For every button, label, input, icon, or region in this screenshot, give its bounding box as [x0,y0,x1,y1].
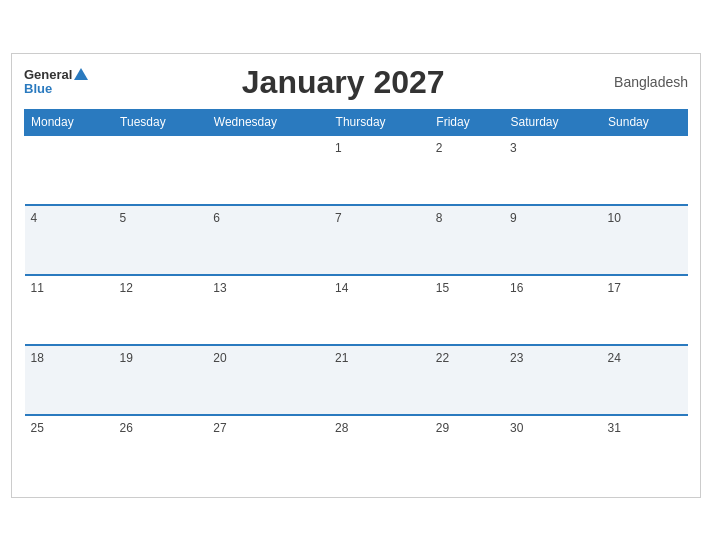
calendar-header: General Blue January 2027 Bangladesh [24,64,688,101]
calendar-day-cell [602,135,688,205]
day-number: 8 [436,211,443,225]
calendar-day-cell: 10 [602,205,688,275]
header-thursday: Thursday [329,109,430,135]
calendar-day-cell: 8 [430,205,504,275]
day-number: 19 [120,351,133,365]
day-number: 15 [436,281,449,295]
calendar-grid: Monday Tuesday Wednesday Thursday Friday… [24,109,688,485]
calendar-day-cell: 13 [207,275,329,345]
day-number: 12 [120,281,133,295]
calendar-day-cell: 7 [329,205,430,275]
country-label: Bangladesh [598,74,688,90]
day-number: 29 [436,421,449,435]
calendar-day-cell: 14 [329,275,430,345]
logo: General Blue [24,68,88,97]
day-number: 7 [335,211,342,225]
weekday-header-row: Monday Tuesday Wednesday Thursday Friday… [25,109,688,135]
calendar-day-cell: 31 [602,415,688,485]
calendar-day-cell: 30 [504,415,602,485]
day-number: 5 [120,211,127,225]
calendar-day-cell: 5 [114,205,208,275]
calendar-day-cell [207,135,329,205]
calendar-day-cell: 15 [430,275,504,345]
calendar-body: 1234567891011121314151617181920212223242… [25,135,688,485]
day-number: 10 [608,211,621,225]
day-number: 3 [510,141,517,155]
calendar-day-cell: 2 [430,135,504,205]
header-sunday: Sunday [602,109,688,135]
calendar-day-cell: 19 [114,345,208,415]
calendar-day-cell: 12 [114,275,208,345]
day-number: 25 [31,421,44,435]
day-number: 1 [335,141,342,155]
day-number: 28 [335,421,348,435]
calendar-day-cell: 24 [602,345,688,415]
calendar-day-cell: 26 [114,415,208,485]
calendar-week-row: 25262728293031 [25,415,688,485]
logo-general-text: General [24,68,72,82]
day-number: 23 [510,351,523,365]
day-number: 14 [335,281,348,295]
calendar-day-cell: 23 [504,345,602,415]
calendar-week-row: 123 [25,135,688,205]
calendar-week-row: 11121314151617 [25,275,688,345]
calendar-day-cell: 20 [207,345,329,415]
day-number: 26 [120,421,133,435]
calendar-day-cell: 3 [504,135,602,205]
calendar-day-cell: 17 [602,275,688,345]
calendar-title: January 2027 [88,64,598,101]
calendar-day-cell: 22 [430,345,504,415]
calendar-day-cell: 11 [25,275,114,345]
header-friday: Friday [430,109,504,135]
day-number: 18 [31,351,44,365]
calendar-day-cell: 18 [25,345,114,415]
calendar-day-cell: 21 [329,345,430,415]
calendar-day-cell: 27 [207,415,329,485]
calendar-day-cell: 9 [504,205,602,275]
day-number: 17 [608,281,621,295]
day-number: 20 [213,351,226,365]
day-number: 16 [510,281,523,295]
header-tuesday: Tuesday [114,109,208,135]
day-number: 21 [335,351,348,365]
day-number: 30 [510,421,523,435]
calendar-week-row: 18192021222324 [25,345,688,415]
calendar-week-row: 45678910 [25,205,688,275]
calendar-day-cell: 28 [329,415,430,485]
day-number: 2 [436,141,443,155]
header-saturday: Saturday [504,109,602,135]
header-monday: Monday [25,109,114,135]
calendar-day-cell: 4 [25,205,114,275]
calendar-day-cell [114,135,208,205]
day-number: 4 [31,211,38,225]
calendar-day-cell [25,135,114,205]
calendar-day-cell: 29 [430,415,504,485]
calendar-day-cell: 6 [207,205,329,275]
calendar-day-cell: 16 [504,275,602,345]
logo-blue-text: Blue [24,82,52,96]
day-number: 24 [608,351,621,365]
day-number: 11 [31,281,44,295]
day-number: 31 [608,421,621,435]
day-number: 6 [213,211,220,225]
calendar-day-cell: 25 [25,415,114,485]
day-number: 27 [213,421,226,435]
calendar-container: General Blue January 2027 Bangladesh Mon… [11,53,701,498]
day-number: 9 [510,211,517,225]
calendar-day-cell: 1 [329,135,430,205]
logo-triangle-icon [74,68,88,80]
day-number: 22 [436,351,449,365]
day-number: 13 [213,281,226,295]
header-wednesday: Wednesday [207,109,329,135]
